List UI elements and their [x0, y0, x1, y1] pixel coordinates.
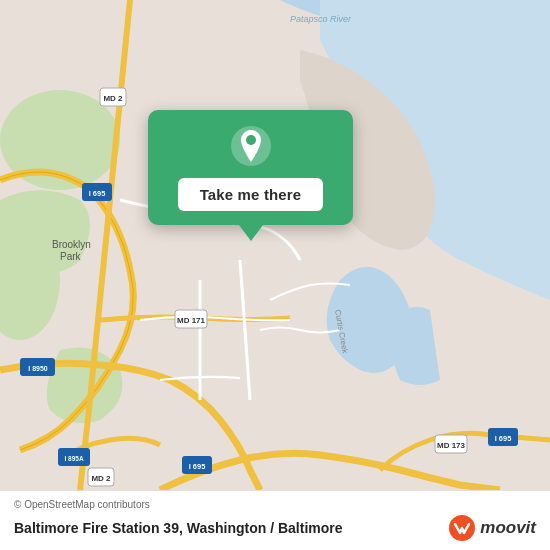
bottom-bar: © OpenStreetMap contributors Baltimore F…: [0, 490, 550, 550]
svg-text:Brooklyn: Brooklyn: [52, 239, 91, 250]
svg-text:I 695: I 695: [89, 189, 106, 198]
svg-point-26: [246, 135, 256, 145]
moovit-icon: [448, 514, 476, 542]
svg-text:MD 171: MD 171: [177, 316, 206, 325]
svg-text:I 895A: I 895A: [64, 455, 83, 462]
moovit-text: moovit: [480, 518, 536, 538]
svg-text:MD 2: MD 2: [103, 94, 123, 103]
location-row: Baltimore Fire Station 39, Washington / …: [14, 514, 536, 542]
svg-text:I 695: I 695: [495, 434, 512, 443]
take-me-there-button[interactable]: Take me there: [178, 178, 324, 211]
svg-text:Park: Park: [60, 251, 82, 262]
map-container[interactable]: Curtis Creek Brooklyn Park Patapsco Rive…: [0, 0, 550, 490]
moovit-logo[interactable]: moovit: [448, 514, 536, 542]
svg-text:I 8950: I 8950: [28, 365, 48, 372]
location-popup: Take me there: [148, 110, 353, 225]
map-background: Curtis Creek Brooklyn Park Patapsco Rive…: [0, 0, 550, 490]
svg-text:MD 2: MD 2: [91, 474, 111, 483]
location-title: Baltimore Fire Station 39, Washington / …: [14, 520, 343, 536]
svg-text:Patapsco River: Patapsco River: [290, 14, 352, 24]
svg-text:MD 173: MD 173: [437, 441, 466, 450]
map-attribution: © OpenStreetMap contributors: [14, 499, 536, 510]
location-pin-icon: [229, 124, 273, 168]
svg-text:I 695: I 695: [189, 462, 206, 471]
